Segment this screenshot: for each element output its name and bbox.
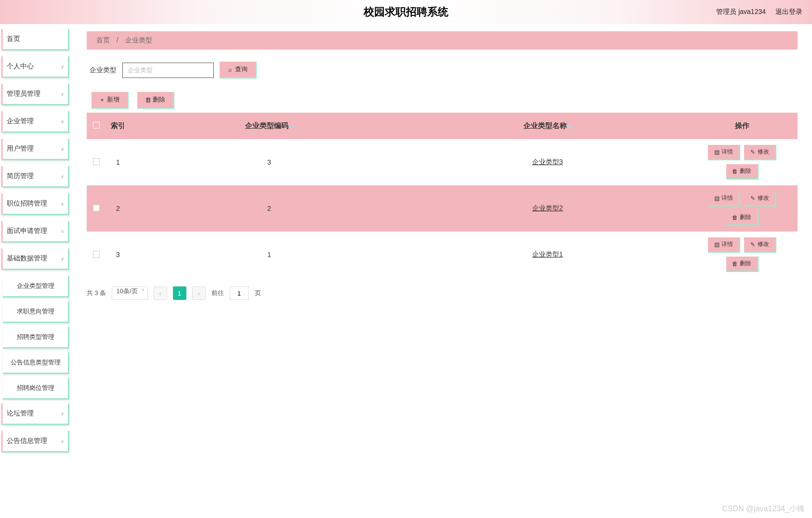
cell-index: 2 <box>106 185 130 232</box>
chevron-down-icon: ∨ <box>61 229 64 234</box>
edit-icon: ✎ <box>750 149 756 155</box>
detail-button[interactable]: ▤ 详情 <box>708 237 740 253</box>
breadcrumb: 首页 / 企业类型 <box>87 31 798 50</box>
row-checkbox[interactable] <box>93 158 100 165</box>
select-all-checkbox[interactable] <box>93 122 100 129</box>
sidebar-item-user[interactable]: 用户管理 ∨ <box>3 139 69 160</box>
bulk-delete-button[interactable]: 🗑 删除 <box>137 92 174 109</box>
search-input[interactable] <box>122 63 214 78</box>
app-title: 校园求职招聘系统 <box>364 5 448 19</box>
chevron-down-icon: ∨ <box>61 411 64 416</box>
add-button[interactable]: + 新增 <box>92 92 129 109</box>
sidebar-subitem-notice-type[interactable]: 公告信息类型管理 <box>3 352 69 374</box>
total-count: 共 3 条 <box>87 289 106 298</box>
chevron-down-icon: ∨ <box>141 287 144 292</box>
col-ops: 操作 <box>687 113 798 139</box>
sidebar-item-basedata[interactable]: 基础数据管理 ∨ <box>3 248 69 270</box>
pagination: 共 3 条 10条/页 ∨ ‹ 1 › 前往 页 <box>87 286 798 300</box>
row-checkbox[interactable] <box>93 205 100 211</box>
table-row: 3 1 企业类型1 ▤ 详情 ✎ 修改 🗑 删除 <box>87 232 798 278</box>
search-label: 企业类型 <box>90 66 117 75</box>
edit-button[interactable]: ✎ 修改 <box>744 191 776 207</box>
query-button[interactable]: ⌕ 查询 <box>220 62 257 78</box>
detail-button[interactable]: ▤ 详情 <box>708 145 740 160</box>
col-name[interactable]: 企业类型名称◆ <box>408 113 687 139</box>
edit-button[interactable]: ✎ 修改 <box>744 237 776 253</box>
sort-icon: ◆ <box>568 124 572 129</box>
prev-page-button[interactable]: ‹ <box>154 286 167 300</box>
trash-icon: 🗑 <box>732 260 738 267</box>
goto-input[interactable] <box>230 286 249 300</box>
chevron-down-icon: ∨ <box>61 64 64 69</box>
cell-code: 2 <box>130 185 408 232</box>
cell-index: 3 <box>106 232 130 278</box>
chevron-down-icon: ∨ <box>61 119 64 124</box>
delete-button[interactable]: 🗑 删除 <box>726 164 759 180</box>
header: 校园求职招聘系统 管理员 java1234 退出登录 <box>0 0 812 24</box>
chevron-down-icon: ∨ <box>61 174 64 179</box>
sidebar-item-home[interactable]: 首页 <box>3 29 69 51</box>
sidebar-subitem-job-intent[interactable]: 求职意向管理 <box>3 301 69 323</box>
trash-icon: 🗑 <box>732 214 738 221</box>
main-content: 首页 / 企业类型 企业类型 ⌕ 查询 + 新增 🗑 删除 <box>72 24 812 518</box>
col-code[interactable]: 企业类型编码◆ <box>130 113 408 139</box>
sidebar-item-enterprise[interactable]: 企业管理 ∨ <box>3 111 69 133</box>
next-page-button[interactable]: › <box>192 286 206 300</box>
trash-icon: 🗑 <box>145 96 151 104</box>
chevron-down-icon: ∨ <box>61 146 64 152</box>
search-icon: ⌕ <box>227 66 233 73</box>
sidebar: 首页 个人中心 ∨ 管理员管理 ∨ 企业管理 ∨ 用户管理 ∨ 简历管理 ∨ 职… <box>0 24 72 518</box>
header-right: 管理员 java1234 退出登录 <box>716 8 802 16</box>
watermark: CSDN @java1234_小锋 <box>722 504 805 514</box>
action-bar: + 新增 🗑 删除 <box>92 92 798 109</box>
edit-icon: ✎ <box>750 195 756 202</box>
sidebar-subitem-position[interactable]: 招聘岗位管理 <box>3 378 69 400</box>
breadcrumb-sep: / <box>117 36 118 44</box>
breadcrumb-home[interactable]: 首页 <box>96 36 110 44</box>
delete-button[interactable]: 🗑 删除 <box>726 210 759 226</box>
sort-icon: ◆ <box>289 124 293 129</box>
detail-icon: ▤ <box>714 241 720 248</box>
sidebar-item-notice[interactable]: 公告信息管理 ∨ <box>3 431 69 453</box>
data-table: 索引 企业类型编码◆ 企业类型名称◆ 操作 1 3 企业类型3 ▤ 详情 ✎ 修… <box>87 113 798 278</box>
chevron-down-icon: ∨ <box>61 256 64 261</box>
detail-button[interactable]: ▤ 详情 <box>708 191 740 207</box>
sidebar-item-forum[interactable]: 论坛管理 ∨ <box>3 403 69 425</box>
table-header-row: 索引 企业类型编码◆ 企业类型名称◆ 操作 <box>87 113 798 139</box>
goto-prefix: 前往 <box>211 289 224 298</box>
cell-code: 1 <box>130 232 408 278</box>
sidebar-item-resume[interactable]: 简历管理 ∨ <box>3 166 69 188</box>
sidebar-item-recruit[interactable]: 职位招聘管理 ∨ <box>3 194 69 215</box>
edit-button[interactable]: ✎ 修改 <box>744 145 776 160</box>
detail-icon: ▤ <box>714 149 720 155</box>
delete-button[interactable]: 🗑 删除 <box>726 257 759 272</box>
sidebar-subitem-recruit-type[interactable]: 招聘类型管理 <box>3 327 69 349</box>
table-row: 2 2 企业类型2 ▤ 详情 ✎ 修改 🗑 删除 <box>87 185 798 232</box>
search-bar: 企业类型 ⌕ 查询 <box>90 62 798 78</box>
cell-name: 企业类型1 <box>408 232 687 278</box>
sidebar-subitem-enterprise-type[interactable]: 企业类型管理 <box>3 276 69 298</box>
edit-icon: ✎ <box>750 241 756 248</box>
goto-suffix: 页 <box>255 289 261 298</box>
chevron-down-icon: ∨ <box>61 91 64 97</box>
table-row: 1 3 企业类型3 ▤ 详情 ✎ 修改 🗑 删除 <box>87 139 798 185</box>
sidebar-item-personal[interactable]: 个人中心 ∨ <box>3 56 69 78</box>
chevron-down-icon: ∨ <box>61 439 64 444</box>
page-size-select[interactable]: 10条/页 ∨ <box>112 286 147 300</box>
sidebar-item-admin[interactable]: 管理员管理 ∨ <box>3 84 69 105</box>
sidebar-item-interview[interactable]: 面试申请管理 ∨ <box>3 221 69 243</box>
cell-code: 3 <box>130 139 408 185</box>
cell-name: 企业类型3 <box>408 139 687 185</box>
admin-label[interactable]: 管理员 java1234 <box>716 8 766 16</box>
cell-name: 企业类型2 <box>408 185 687 232</box>
row-checkbox[interactable] <box>93 251 100 258</box>
col-index: 索引 <box>106 113 130 139</box>
logout-link[interactable]: 退出登录 <box>775 8 802 16</box>
trash-icon: 🗑 <box>732 168 738 175</box>
cell-index: 1 <box>106 139 130 185</box>
breadcrumb-current: 企业类型 <box>125 36 152 44</box>
page-number-button[interactable]: 1 <box>173 286 186 300</box>
detail-icon: ▤ <box>714 195 720 202</box>
chevron-down-icon: ∨ <box>61 201 64 207</box>
plus-icon: + <box>99 96 105 104</box>
